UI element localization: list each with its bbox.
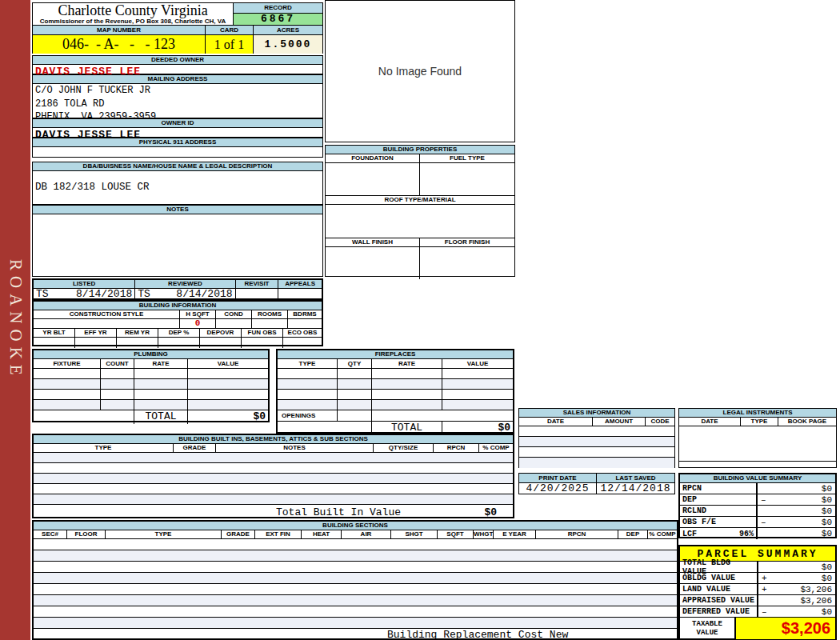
legal-instruments-box: LEGAL INSTRUMENTS DATE TYPE BOOK PAGE [678,408,837,468]
dep-pct-value [158,338,200,348]
built-ins-col-grade: GRADE [174,444,216,452]
listed-date: 8/14/2018 [76,289,132,300]
building-sections-box: BUILDING SECTIONS SEC# FLOOR TYPE GRADE … [32,520,678,640]
bvs-row-rclnd: RCLND $0 [680,506,835,517]
review-box: LISTED REVIEWED REVISIT APPEALS TS 8/14/… [32,278,323,300]
building-sections-title: BUILDING SECTIONS [34,522,677,530]
card-value: 1 of 1 [206,35,254,54]
legal-description-label: DBA/BUISNESS NAME/HOUSE NAME & LEGAL DES… [33,162,322,171]
map-card-acres-box: MAP NUMBER CARD ACRES 046- - A- - - 123 … [32,25,323,54]
fireplaces-col-type: TYPE [278,359,338,368]
reviewed-value: TS 8/14/2018 [135,289,235,300]
built-ins-row [34,463,513,474]
col-rooms: ROOMS [252,310,288,318]
parcel-value: $0 [822,607,832,617]
property-photo-placeholder: No Image Found [325,0,515,142]
parcel-value: $3,206 [800,596,832,606]
building-properties-title: BUILDING PROPERTIES [326,146,514,154]
legal-description-value: DB 182/318 LOUSE CR [33,171,322,193]
fireplaces-openings-row: OPENINGS [278,410,513,422]
built-ins-total-value: $0 [484,506,497,518]
county-header-box: Charlotte County Virginia Commissioner o… [32,2,323,26]
owner-id-box: OWNER ID DAVIS JESSE LEE [32,118,323,138]
legal-description-box: DBA/BUISNESS NAME/HOUSE NAME & LEGAL DES… [32,162,323,205]
plumbing-col-count: COUNT [101,359,134,368]
built-ins-total-label: Total Built In Value [276,506,401,518]
building-sections-row [34,584,677,595]
bvs-value: $0 [822,506,832,516]
mailing-address-line: C/O JOHN F TUCKER JR [33,84,322,98]
taxable-value-label: TAXABLE VALUE [680,618,736,639]
appeals-label: APPEALS [278,280,322,288]
bvs-value: $0 [822,495,832,505]
taxable-value-row: TAXABLE VALUE $3,206 [680,618,835,639]
built-ins-row [34,494,513,505]
roof-type-label: ROOF TYPE/MATERIAL [326,196,514,204]
plumbing-row [34,400,268,410]
map-number-value: 046- - A- - - 123 [33,35,206,54]
map-number-label: MAP NUMBER [33,26,206,34]
sales-info-box: SALES INFORMATION DATE AMOUNT CODE [518,408,675,468]
bs-col-sec: SEC# [34,530,67,538]
bs-col-floor: FLOOR [67,530,106,538]
col-eco-obs: ECO OBS [283,329,322,337]
building-sections-row [34,562,677,573]
bs-col-type: TYPE [106,530,222,538]
fireplaces-row [278,390,513,400]
building-value-summary-box: BUILDING VALUE SUMMARY RPCN $0 DEP –$0 R… [678,473,837,538]
fireplaces-row [278,369,513,379]
hsqft-value: 0 [180,319,216,328]
sales-row [519,426,674,437]
bvs-label: RPCN [682,484,702,493]
bvs-row-dep: DEP –$0 [680,494,835,506]
parcel-label: DEFERRED VALUE [680,606,758,617]
legal-instruments-area [679,426,836,462]
bvs-label: RCLND [682,506,706,515]
building-info-title: BUILDING INFORMATION [34,302,322,310]
bs-col-air: AIR [342,530,391,538]
listed-value: TS 8/14/2018 [34,289,135,300]
fun-obs-value [242,338,283,348]
depovr-value [200,338,242,348]
bvs-row-lcf: LCF96% $0 [680,528,835,539]
fireplaces-col-qty: QTY [338,359,372,368]
record-value: 6867 [234,14,322,25]
parcel-label: OBLDG VALUE [680,573,758,583]
parcel-value: $0 [822,562,832,572]
bvs-row-obs: OBS F/E –$0 [680,517,835,528]
bs-col-extfin: EXT FIN [255,530,302,538]
county-title: Charlotte County Virginia [33,3,233,18]
reviewed-label: REVIEWED [135,280,235,288]
notes-label: NOTES [33,206,322,214]
revisit-value [236,289,279,300]
fireplaces-box: FIREPLACES TYPE QTY RATE VALUE OPENINGS … [276,349,514,434]
last-saved-label: LAST SAVED [597,474,674,482]
mailing-address-line: 2186 TOLA RD [33,98,322,111]
built-ins-col-qty-size: QTY/SIZE [374,444,434,452]
construction-style-value [34,319,180,328]
plumbing-total-label: TOTAL [134,410,188,424]
roanoke-banner: ROANOKE [0,0,30,640]
bvs-op: – [761,518,766,527]
sales-row [519,437,674,447]
parcel-value: $3,206 [800,585,832,594]
bvs-label: LCF [682,530,697,538]
parcel-label: TOTAL BLDG VALUE [680,562,758,572]
legal-instruments-title: LEGAL INSTRUMENTS [679,409,836,418]
built-ins-title: BUILDING BUILT INS, BASEMENTS, ATTICS & … [34,435,513,444]
physical-address-box: PHYSICAL 911 ADDRESS [32,138,323,158]
appeals-value [278,289,322,300]
built-ins-total-row: Total Built In Value $0 [34,505,513,519]
built-ins-row [34,453,513,463]
fireplaces-row [278,400,513,410]
fireplaces-total-row: TOTAL $0 [278,422,513,434]
foundation-label: FOUNDATION [326,154,420,162]
building-sections-row [34,595,677,606]
plumbing-box: PLUMBING FIXTURE COUNT RATE VALUE TOTAL … [32,349,270,422]
reviewed-date: 8/14/2018 [176,289,232,300]
deeded-owner-box: DEEDED OWNER DAVIS JESSE LEE [32,55,323,74]
roanoke-banner-label: ROANOKE [6,259,26,381]
bvs-label: OBS F/E [682,518,716,526]
card-label: CARD [206,26,254,34]
cond-value [216,319,252,328]
